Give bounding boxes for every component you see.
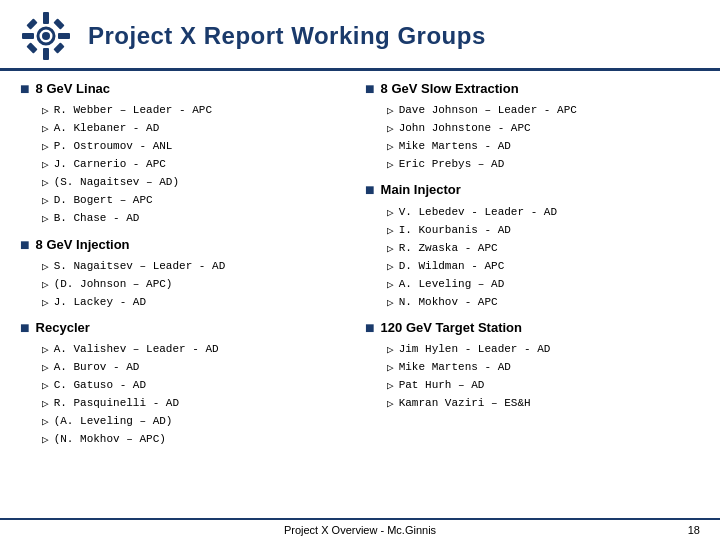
section-title: 8 GeV Slow Extraction xyxy=(381,81,519,98)
logo-icon xyxy=(20,10,72,62)
arrow-icon: ▷ xyxy=(387,223,394,240)
page: Project X Report Working Groups ■8 GeV L… xyxy=(0,0,720,540)
item-text: Jim Hylen - Leader - AD xyxy=(399,341,551,358)
arrow-icon: ▷ xyxy=(42,414,49,431)
list-item: ▷D. Wildman - APC xyxy=(387,258,700,276)
list-item: ▷Dave Johnson – Leader - APC xyxy=(387,102,700,120)
item-text: Dave Johnson – Leader - APC xyxy=(399,102,577,119)
list-item: ▷A. Klebaner - AD xyxy=(42,120,355,138)
item-text: R. Zwaska - APC xyxy=(399,240,498,257)
list-item: ▷Mike Martens - AD xyxy=(387,138,700,156)
list-item: ▷N. Mokhov - APC xyxy=(387,294,700,312)
section-title: Recycler xyxy=(36,320,90,337)
section-title: Main Injector xyxy=(381,182,461,199)
arrow-icon: ▷ xyxy=(42,396,49,413)
item-text: A. Burov - AD xyxy=(54,359,140,376)
section-8gev-injection: ■8 GeV Injection▷S. Nagaitsev – Leader -… xyxy=(20,237,355,312)
item-text: B. Chase - AD xyxy=(54,210,140,227)
list-item: ▷Kamran Vaziri – ES&H xyxy=(387,395,700,413)
main-content: ■8 GeV Linac▷R. Webber – Leader - APC▷A.… xyxy=(0,71,720,518)
item-text: D. Bogert – APC xyxy=(54,192,153,209)
list-item: ▷A. Leveling – AD xyxy=(387,276,700,294)
list-item: ▷V. Lebedev - Leader - AD xyxy=(387,204,700,222)
arrow-icon: ▷ xyxy=(42,139,49,156)
list-item: ▷Mike Martens - AD xyxy=(387,359,700,377)
item-text: P. Ostroumov - ANL xyxy=(54,138,173,155)
items-list: ▷Dave Johnson – Leader - APC▷John Johnst… xyxy=(365,102,700,174)
item-text: S. Nagaitsev – Leader - AD xyxy=(54,258,226,275)
section-title: 8 GeV Linac xyxy=(36,81,110,98)
items-list: ▷V. Lebedev - Leader - AD▷I. Kourbanis -… xyxy=(365,204,700,312)
list-item: ▷(A. Leveling – AD) xyxy=(42,413,355,431)
arrow-icon: ▷ xyxy=(42,211,49,228)
arrow-icon: ▷ xyxy=(387,157,394,174)
svg-rect-5 xyxy=(53,18,64,29)
arrow-icon: ▷ xyxy=(387,277,394,294)
items-list: ▷S. Nagaitsev – Leader - AD▷(D. Johnson … xyxy=(20,258,355,312)
item-text: A. Leveling – AD xyxy=(399,276,505,293)
list-item: ▷(N. Mokhov – APC) xyxy=(42,431,355,449)
item-text: C. Gatuso - AD xyxy=(54,377,146,394)
arrow-icon: ▷ xyxy=(387,121,394,138)
list-item: ▷A. Burov - AD xyxy=(42,359,355,377)
arrow-icon: ▷ xyxy=(387,378,394,395)
item-text: D. Wildman - APC xyxy=(399,258,505,275)
item-text: I. Kourbanis - AD xyxy=(399,222,511,239)
svg-rect-6 xyxy=(26,42,37,53)
footer-center: Project X Overview - Mc.Ginnis xyxy=(60,524,660,536)
arrow-icon: ▷ xyxy=(42,121,49,138)
svg-rect-4 xyxy=(26,18,37,29)
list-item: ▷(D. Johnson – APC) xyxy=(42,276,355,294)
list-item: ▷D. Bogert – APC xyxy=(42,192,355,210)
header: Project X Report Working Groups xyxy=(0,0,720,71)
item-text: Pat Hurh – AD xyxy=(399,377,485,394)
list-item: ▷J. Lackey - AD xyxy=(42,294,355,312)
section-bullet: ■ xyxy=(365,182,375,201)
arrow-icon: ▷ xyxy=(42,360,49,377)
item-text: Mike Martens - AD xyxy=(399,359,511,376)
item-text: R. Webber – Leader - APC xyxy=(54,102,212,119)
item-text: Mike Martens - AD xyxy=(399,138,511,155)
list-item: ▷(S. Nagaitsev – AD) xyxy=(42,174,355,192)
footer: Project X Overview - Mc.Ginnis 18 xyxy=(0,518,720,540)
left-column: ■8 GeV Linac▷R. Webber – Leader - APC▷A.… xyxy=(20,81,355,514)
list-item: ▷B. Chase - AD xyxy=(42,210,355,228)
list-item: ▷Pat Hurh – AD xyxy=(387,377,700,395)
list-item: ▷R. Zwaska - APC xyxy=(387,240,700,258)
arrow-icon: ▷ xyxy=(42,378,49,395)
svg-point-9 xyxy=(42,32,50,40)
list-item: ▷Eric Prebys – AD xyxy=(387,156,700,174)
right-column: ■8 GeV Slow Extraction▷Dave Johnson – Le… xyxy=(365,81,700,514)
svg-rect-0 xyxy=(43,12,49,24)
list-item: ▷P. Ostroumov - ANL xyxy=(42,138,355,156)
item-text: R. Pasquinelli - AD xyxy=(54,395,179,412)
arrow-icon: ▷ xyxy=(42,432,49,449)
section-8gev-slow-extraction: ■8 GeV Slow Extraction▷Dave Johnson – Le… xyxy=(365,81,700,174)
item-text: (A. Leveling – AD) xyxy=(54,413,173,430)
section-bullet: ■ xyxy=(365,81,375,100)
list-item: ▷J. Carnerio - APC xyxy=(42,156,355,174)
arrow-icon: ▷ xyxy=(42,193,49,210)
list-item: ▷C. Gatuso - AD xyxy=(42,377,355,395)
svg-rect-2 xyxy=(22,33,34,39)
item-text: Eric Prebys – AD xyxy=(399,156,505,173)
item-text: John Johnstone - APC xyxy=(399,120,531,137)
footer-page: 18 xyxy=(660,524,700,536)
list-item: ▷A. Valishev – Leader - AD xyxy=(42,341,355,359)
arrow-icon: ▷ xyxy=(387,396,394,413)
arrow-icon: ▷ xyxy=(42,295,49,312)
svg-rect-7 xyxy=(53,42,64,53)
arrow-icon: ▷ xyxy=(42,259,49,276)
item-text: A. Valishev – Leader - AD xyxy=(54,341,219,358)
arrow-icon: ▷ xyxy=(42,157,49,174)
arrow-icon: ▷ xyxy=(387,342,394,359)
section-8gev-linac: ■8 GeV Linac▷R. Webber – Leader - APC▷A.… xyxy=(20,81,355,229)
item-text: A. Klebaner - AD xyxy=(54,120,160,137)
section-120gev-target: ■120 GeV Target Station▷Jim Hylen - Lead… xyxy=(365,320,700,413)
section-main-injector: ■Main Injector▷V. Lebedev - Leader - AD▷… xyxy=(365,182,700,311)
arrow-icon: ▷ xyxy=(42,277,49,294)
arrow-icon: ▷ xyxy=(387,360,394,377)
svg-rect-3 xyxy=(58,33,70,39)
items-list: ▷R. Webber – Leader - APC▷A. Klebaner - … xyxy=(20,102,355,228)
item-text: (N. Mokhov – APC) xyxy=(54,431,166,448)
